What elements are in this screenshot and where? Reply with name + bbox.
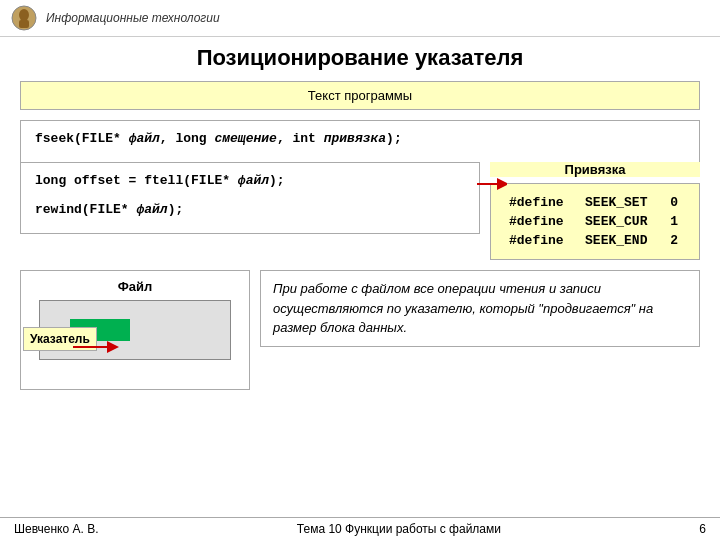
diagram-box: Файл Указатель: [20, 270, 250, 390]
define-val-2: 2: [666, 232, 685, 249]
code-left: long offset = ftell(FILE* файл); rewind(…: [20, 162, 480, 234]
footer-page: 6: [699, 522, 706, 536]
code-line-ftell: long offset = ftell(FILE* файл);: [35, 173, 465, 188]
define-key-0: SEEK_SET: [581, 194, 664, 211]
define-table: #define SEEK_SET 0 #define SEEK_CUR 1 #d…: [503, 192, 687, 251]
define-row-0: #define SEEK_SET 0: [505, 194, 685, 211]
row-section: long offset = ftell(FILE* файл); rewind(…: [20, 162, 700, 260]
define-name-2: #define: [505, 232, 579, 249]
header: Информационные технологии: [0, 0, 720, 37]
footer: Шевченко А. В. Тема 10 Функции работы с …: [0, 517, 720, 540]
description-box: При работе с файлом все операции чтения …: [260, 270, 700, 347]
privyazka-label: Привязка: [490, 162, 700, 177]
define-section: Привязка #define SEEK_SET 0 #define SEEK…: [490, 162, 700, 260]
define-row-2: #define SEEK_END 2: [505, 232, 685, 249]
file-label: Файл: [29, 279, 241, 294]
pointer-arrow: [73, 337, 123, 357]
header-icon: [10, 4, 38, 32]
define-val-0: 0: [666, 194, 685, 211]
define-box: #define SEEK_SET 0 #define SEEK_CUR 1 #d…: [490, 183, 700, 260]
program-text-box: Текст программы: [20, 81, 700, 110]
define-name-1: #define: [505, 213, 579, 230]
footer-topic: Тема 10 Функции работы с файлами: [297, 522, 501, 536]
define-key-1: SEEK_CUR: [581, 213, 664, 230]
define-key-2: SEEK_END: [581, 232, 664, 249]
footer-author: Шевченко А. В.: [14, 522, 98, 536]
arrow-to-privyazka: [477, 169, 507, 199]
main-content: Позиционирование указателя Текст програм…: [0, 37, 720, 398]
page-title: Позиционирование указателя: [20, 45, 700, 71]
define-row-1: #define SEEK_CUR 1: [505, 213, 685, 230]
bottom-section: Файл Указатель При работе с файлом все о…: [20, 270, 700, 390]
code-section-fseek: fseek(FILE* файл, long смещение, int при…: [20, 120, 700, 162]
svg-rect-2: [19, 20, 29, 28]
define-name-0: #define: [505, 194, 579, 211]
svg-point-1: [19, 9, 29, 21]
header-title: Информационные технологии: [46, 11, 220, 25]
code-line-rewind: rewind(FILE* файл);: [35, 202, 465, 217]
code-line-fseek: fseek(FILE* файл, long смещение, int при…: [35, 131, 685, 146]
define-val-1: 1: [666, 213, 685, 230]
